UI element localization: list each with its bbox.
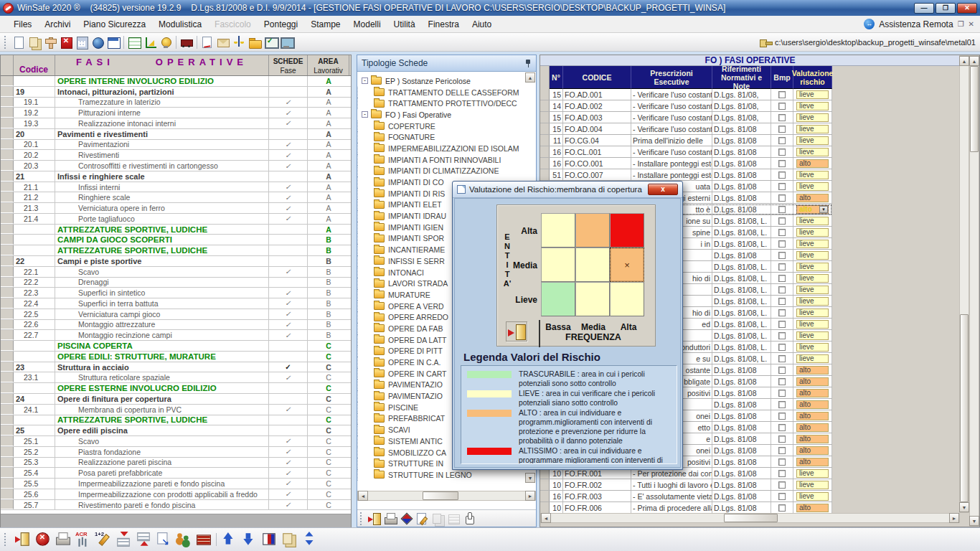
risk-value[interactable]: lieve bbox=[796, 182, 829, 191]
cell-valutazione-rischio[interactable]: alto bbox=[793, 192, 832, 203]
row-selector[interactable] bbox=[1, 171, 14, 182]
bmp-checkbox[interactable] bbox=[778, 504, 786, 512]
row-selector[interactable] bbox=[1, 214, 14, 224]
columns-icon[interactable] bbox=[260, 531, 278, 548]
stop-icon[interactable] bbox=[34, 531, 52, 548]
table-row[interactable]: 20.2Rivestimenti✓A bbox=[1, 150, 351, 161]
tree-item[interactable]: IMPERMEABILIZZAZIONI ED ISOLAM bbox=[357, 143, 525, 154]
table-row[interactable]: 25.4Posa pareti prefabbricate✓C bbox=[1, 468, 351, 479]
exit-door-icon[interactable] bbox=[367, 512, 382, 526]
cell-valutazione-rischio[interactable]: lieve bbox=[793, 181, 832, 192]
cell-valutazione-rischio[interactable]: alto▼ bbox=[793, 204, 832, 215]
bmp-checkbox[interactable] bbox=[778, 183, 786, 190]
tree-item[interactable]: IMPIANTI A FONTI RINNOVABILI bbox=[357, 154, 525, 166]
folder-icon[interactable] bbox=[248, 35, 262, 50]
cell-valutazione-rischio[interactable]: lieve bbox=[793, 112, 832, 123]
cell-valutazione-rischio[interactable]: lieve bbox=[793, 342, 832, 352]
row-selector[interactable] bbox=[1, 309, 14, 319]
firewall-icon[interactable] bbox=[195, 531, 212, 548]
maximize-button[interactable]: ❐ bbox=[936, 3, 956, 14]
exit-door-button[interactable] bbox=[506, 321, 527, 342]
risk-value[interactable]: lieve bbox=[796, 492, 829, 501]
table-row[interactable]: 24.1Membrana di copertura in PVC✓C bbox=[1, 405, 351, 415]
bmp-checkbox[interactable] bbox=[778, 435, 786, 443]
grid-row[interactable]: 10FO.FR.002- Tutti i luoghi di lavoro e … bbox=[540, 479, 832, 491]
risk-value[interactable]: alto bbox=[796, 504, 829, 512]
table-row[interactable]: 25.7Rivestimento pareti e fondo piscina✓… bbox=[1, 500, 351, 511]
menu-item-ponteggi[interactable]: Ponteggi bbox=[258, 16, 304, 33]
bmp-checkbox[interactable] bbox=[778, 91, 786, 98]
table-row[interactable]: 24Opere di finitura per coperturaC bbox=[1, 394, 351, 405]
row-selector[interactable] bbox=[1, 118, 14, 128]
menu-item-modelli[interactable]: Modelli bbox=[347, 16, 387, 33]
risk-value[interactable]: alto bbox=[796, 366, 829, 375]
cell-valutazione-rischio[interactable]: alto bbox=[793, 387, 832, 398]
cell-valutazione-rischio[interactable]: alto bbox=[793, 158, 832, 169]
bmp-checkbox[interactable] bbox=[778, 344, 786, 351]
copy-document-icon[interactable] bbox=[281, 531, 298, 548]
risk-value[interactable]: lieve bbox=[796, 343, 829, 352]
row-selector[interactable] bbox=[1, 288, 14, 298]
chart-icon[interactable] bbox=[143, 35, 157, 50]
row-selector[interactable] bbox=[540, 146, 550, 157]
risk-value[interactable]: lieve bbox=[796, 331, 829, 340]
row-selector[interactable] bbox=[540, 502, 550, 513]
bmp-checkbox[interactable] bbox=[778, 217, 786, 225]
table-row[interactable]: 22.3Superfici in sintetico✓B bbox=[1, 288, 351, 298]
row-selector[interactable] bbox=[540, 169, 550, 180]
risk-value[interactable]: lieve bbox=[796, 228, 829, 237]
table-row[interactable]: 19.3Realizzazione intonaci interni✓A bbox=[1, 118, 351, 129]
cell-valutazione-rischio[interactable]: lieve bbox=[793, 330, 832, 341]
table-row[interactable]: 22.7Montaggio recinzione campi✓B bbox=[1, 330, 351, 341]
scroll-down-button[interactable]: ▼ bbox=[959, 502, 969, 512]
risk-value[interactable]: lieve bbox=[796, 217, 829, 225]
risk-dropdown-button[interactable]: ▼ bbox=[819, 206, 828, 213]
scroll-thumb[interactable] bbox=[960, 314, 969, 502]
cell-valutazione-rischio[interactable]: lieve bbox=[793, 284, 832, 295]
risk-value[interactable]: lieve bbox=[796, 113, 829, 122]
close-button[interactable]: ✕ bbox=[957, 3, 977, 14]
table-row[interactable]: 25.5Impermeabilizzazione pareti e fondo … bbox=[1, 479, 351, 489]
risk-value[interactable]: lieve bbox=[796, 354, 829, 363]
cell-valutazione-rischio[interactable]: lieve bbox=[793, 307, 832, 318]
grid-row[interactable]: 16FO.FR.003- E' assolutamente vietatoD.L… bbox=[540, 491, 832, 502]
calendar-icon[interactable] bbox=[106, 35, 121, 50]
bmp-checkbox[interactable] bbox=[778, 160, 786, 167]
grid-row[interactable]: 16FO.CO.001- Installare ponteggi esterni… bbox=[540, 158, 832, 169]
cell-valutazione-rischio[interactable]: lieve bbox=[793, 353, 832, 364]
pin-icon[interactable] bbox=[524, 59, 532, 67]
row-selector[interactable] bbox=[1, 415, 14, 425]
bmp-checkbox[interactable] bbox=[778, 401, 786, 408]
cell-valutazione-rischio[interactable]: alto bbox=[793, 364, 832, 375]
table-row[interactable]: OPERE ESTERNE INVOLUCRO EDILIZIOC bbox=[1, 383, 351, 394]
copy-arrow-icon[interactable] bbox=[155, 531, 172, 548]
scales-icon[interactable] bbox=[232, 35, 246, 50]
table-row[interactable]: ATTREZZATURE SPORTIVE, LUDICHEA bbox=[1, 225, 351, 235]
bmp-checkbox[interactable] bbox=[778, 171, 786, 179]
row-selector[interactable] bbox=[1, 129, 14, 139]
risk-value[interactable]: lieve bbox=[796, 240, 829, 248]
signpost-icon[interactable] bbox=[43, 35, 57, 50]
exit-door-icon[interactable] bbox=[14, 531, 32, 548]
cell-valutazione-rischio[interactable]: lieve bbox=[793, 169, 832, 180]
scroll-thumb[interactable] bbox=[724, 514, 778, 522]
cell-valutazione-rischio[interactable]: lieve bbox=[793, 135, 832, 146]
menu-item-utilità[interactable]: Utilità bbox=[387, 16, 422, 33]
edit-doc-icon[interactable] bbox=[415, 512, 429, 526]
matrix-cell-lieve-media[interactable] bbox=[575, 282, 610, 316]
scroll-thumb[interactable] bbox=[970, 66, 979, 152]
printer-icon[interactable] bbox=[55, 531, 72, 548]
row-selector[interactable] bbox=[1, 362, 14, 372]
hand-icon[interactable] bbox=[462, 512, 476, 526]
row-selector[interactable] bbox=[1, 330, 14, 340]
expand-collapse-icon[interactable]: - bbox=[362, 111, 368, 118]
risk-value[interactable]: lieve bbox=[796, 125, 829, 133]
risk-value[interactable]: lieve bbox=[796, 263, 829, 271]
row-selector[interactable] bbox=[1, 383, 14, 393]
risk-value[interactable]: lieve bbox=[796, 251, 829, 260]
table-row[interactable]: CAMPI DA GIOCO SCOPERTIB bbox=[1, 235, 351, 245]
row-selector[interactable] bbox=[1, 267, 14, 277]
cell-valutazione-rischio[interactable]: lieve bbox=[793, 146, 832, 157]
scroll-right-button[interactable]: ► bbox=[949, 513, 959, 523]
bmp-checkbox[interactable] bbox=[778, 103, 786, 110]
